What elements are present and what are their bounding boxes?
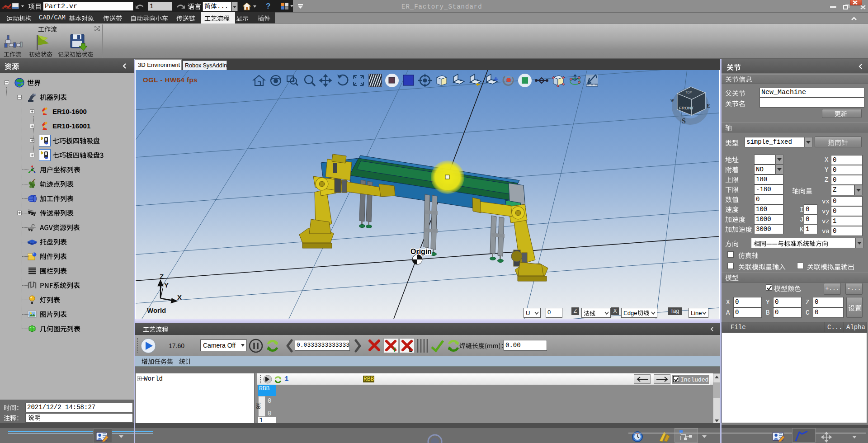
svg-text:Origin: Origin bbox=[410, 248, 432, 255]
svg-text:FRONT: FRONT bbox=[679, 105, 694, 110]
svg-text:w: w bbox=[670, 97, 675, 103]
svg-text:Y: Y bbox=[164, 281, 169, 289]
svg-text:E: E bbox=[707, 103, 710, 109]
svg-text:World: World bbox=[147, 306, 166, 314]
svg-text:Z: Z bbox=[160, 273, 164, 280]
svg-text:S: S bbox=[682, 117, 686, 125]
svg-text:T: T bbox=[392, 347, 396, 353]
svg-text:L: L bbox=[409, 347, 412, 353]
svg-text:X: X bbox=[177, 293, 182, 301]
svg-text:TOP: TOP bbox=[685, 91, 692, 94]
